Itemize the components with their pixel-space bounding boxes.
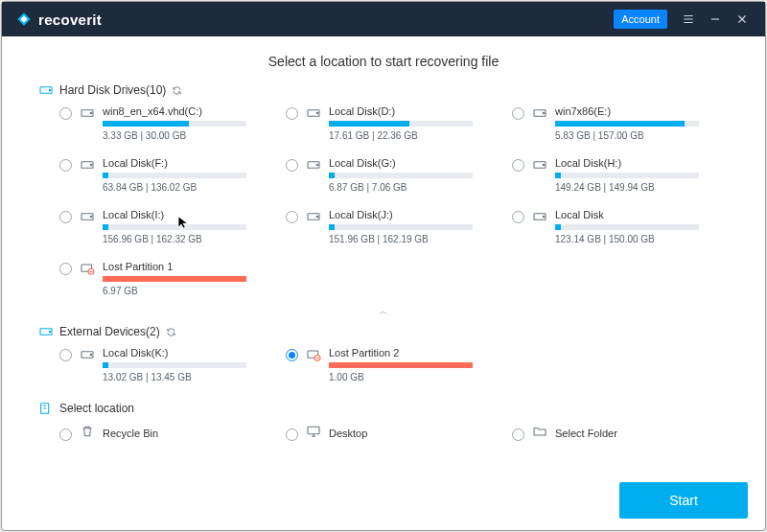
svg-point-11 (316, 164, 318, 166)
hdd-grid: win8_en_x64.vhd(C:)3.33 GB | 30.00 GBLoc… (59, 105, 729, 303)
drive-icon (306, 105, 321, 125)
radio-button[interactable] (59, 349, 72, 361)
bin-icon (80, 424, 95, 443)
drive-item[interactable]: Local Disk(I:)156.96 GB | 162.32 GB (59, 209, 276, 251)
svg-point-15 (90, 216, 92, 218)
drive-name: Lost Partition 1 (103, 261, 246, 272)
select-location-item[interactable]: Select Folder (512, 424, 729, 443)
drive-usage: 63.84 GB | 136.02 GB (103, 182, 246, 193)
drive-name: Local Disk(H:) (555, 157, 699, 169)
radio-button[interactable] (286, 428, 298, 441)
titlebar: recoverit Account (2, 2, 765, 36)
drive-icon (80, 157, 95, 176)
main-content: Select a location to start recovering fi… (2, 36, 765, 530)
svg-point-7 (543, 112, 545, 114)
account-button[interactable]: Account (614, 10, 667, 29)
select-location-label: Select Folder (555, 428, 617, 439)
drive-item[interactable]: Local Disk(K:)13.02 GB | 13.45 GB (59, 347, 276, 389)
drive-name: Local Disk(I:) (103, 209, 246, 220)
select-location-label: Recycle Bin (103, 428, 158, 439)
drive-usage: 1.00 GB (329, 372, 473, 382)
drive-icon (80, 105, 95, 125)
radio-button[interactable] (512, 428, 524, 441)
drive-usage: 13.02 GB | 13.45 GB (103, 372, 246, 382)
logo-icon (15, 11, 33, 28)
section-ext-label: External Devices(2) (59, 325, 160, 338)
drive-icon (80, 209, 95, 228)
section-hdd-label: Hard Disk Drives(10) (59, 83, 166, 97)
ext-grid: Local Disk(K:)13.02 GB | 13.45 GBLost Pa… (59, 347, 729, 389)
drive-icon (306, 157, 321, 176)
drive-item[interactable]: Lost Partition 21.00 GB (286, 347, 502, 389)
radio-button[interactable] (59, 211, 72, 223)
drive-icon (532, 105, 547, 125)
app-logo: recoverit (15, 11, 102, 28)
drive-item[interactable]: win7x86(E:)5.83 GB | 157.00 GB (512, 105, 729, 148)
drive-icon (80, 347, 95, 366)
drive-item[interactable]: Local Disk(J:)151.96 GB | 162.19 GB (286, 209, 502, 251)
select-location-item[interactable]: Desktop (286, 424, 502, 443)
drive-usage: 5.83 GB | 157.00 GB (555, 130, 699, 141)
radio-button[interactable] (286, 211, 298, 223)
folder-icon (532, 424, 547, 443)
radio-button[interactable] (512, 211, 524, 223)
svg-point-3 (90, 112, 92, 114)
section-hdd-header: Hard Disk Drives(10) (38, 82, 729, 98)
drive-usage: 149.24 GB | 149.94 GB (555, 182, 699, 193)
drive-name: Local Disk(K:) (103, 347, 246, 359)
drive-item[interactable]: Local Disk123.14 GB | 150.00 GB (512, 209, 729, 251)
drive-item[interactable]: Local Disk(D:)17.61 GB | 22.36 GB (286, 105, 502, 148)
select-location-item[interactable]: Recycle Bin (59, 424, 276, 443)
refresh-icon[interactable] (172, 85, 182, 96)
radio-button[interactable] (512, 107, 524, 120)
drive-name: Local Disk(F:) (103, 157, 246, 169)
lost-drive-icon (306, 347, 321, 366)
svg-point-23 (49, 331, 50, 332)
radio-button[interactable] (286, 107, 298, 120)
select-grid: Recycle BinDesktopSelect Folder (59, 424, 729, 443)
drive-section-icon (38, 82, 54, 98)
drive-name: Local Disk(J:) (329, 209, 473, 220)
drive-name: Local Disk(D:) (329, 105, 473, 117)
drive-name: Lost Partition 2 (329, 347, 473, 359)
radio-button[interactable] (512, 159, 524, 172)
drive-item[interactable]: win8_en_x64.vhd(C:)3.33 GB | 30.00 GB (59, 105, 276, 148)
svg-point-1 (49, 89, 50, 90)
select-location-label: Desktop (329, 428, 367, 439)
drive-item[interactable]: Local Disk(F:)63.84 GB | 136.02 GB (59, 157, 276, 199)
drive-name: win8_en_x64.vhd(C:) (103, 105, 246, 117)
close-icon[interactable] (729, 6, 755, 33)
drive-usage: 151.96 GB | 162.19 GB (329, 234, 473, 244)
svg-point-13 (543, 164, 545, 166)
drive-name: Local Disk (555, 209, 699, 220)
radio-button[interactable] (286, 349, 298, 361)
drive-usage: 156.96 GB | 162.32 GB (103, 234, 246, 244)
external-section-icon (38, 324, 54, 339)
minimize-icon[interactable] (702, 6, 729, 33)
drive-icon (532, 209, 547, 228)
svg-point-9 (90, 164, 92, 166)
radio-button[interactable] (59, 263, 72, 275)
drive-item[interactable]: Lost Partition 16.97 GB (59, 261, 276, 303)
drive-item[interactable]: Local Disk(G:)6.87 GB | 7.06 GB (286, 157, 502, 199)
collapse-icon[interactable]: ︿ (38, 305, 729, 318)
drive-icon (532, 157, 547, 176)
radio-button[interactable] (59, 159, 72, 172)
drive-usage: 17.61 GB | 22.36 GB (329, 130, 473, 141)
start-button[interactable]: Start (619, 482, 748, 519)
drive-icon (306, 209, 321, 228)
drive-usage: 3.33 GB | 30.00 GB (103, 130, 246, 141)
radio-button[interactable] (59, 107, 72, 120)
radio-button[interactable] (286, 159, 298, 172)
drive-usage: 6.97 GB (103, 286, 246, 296)
drive-usage: 123.14 GB | 150.00 GB (555, 234, 699, 244)
menu-icon[interactable] (675, 6, 702, 33)
section-select-header: Select location (38, 401, 729, 416)
lost-drive-icon (80, 261, 95, 280)
radio-button[interactable] (59, 428, 72, 441)
refresh-icon[interactable] (166, 327, 176, 337)
svg-rect-29 (308, 427, 319, 433)
drive-name: Local Disk(G:) (329, 157, 473, 169)
drive-usage: 6.87 GB | 7.06 GB (329, 182, 473, 193)
drive-item[interactable]: Local Disk(H:)149.24 GB | 149.94 GB (512, 157, 729, 199)
